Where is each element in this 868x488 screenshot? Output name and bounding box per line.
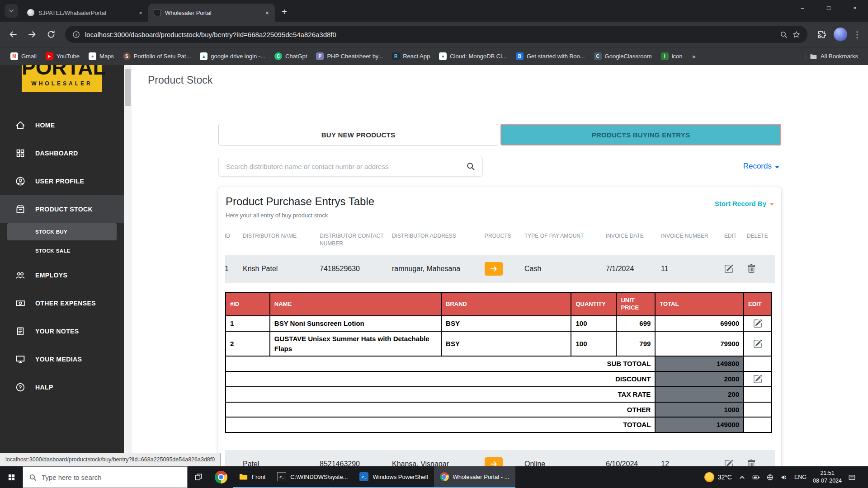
sidebar-subitem-stock-sale[interactable]: STOCK SALE: [7, 242, 117, 259]
all-bookmarks-button[interactable]: All Bookmarks: [806, 53, 862, 60]
bookmark-favicon: P: [316, 52, 324, 60]
extensions-icon[interactable]: [813, 26, 830, 43]
sidebar-item-employs[interactable]: EMPLOYS: [0, 261, 124, 289]
bookmark-item[interactable]: MGmail: [6, 50, 41, 62]
product-row: 1 BSY Noni Sunscreen Lotion BSY 100 699 …: [226, 316, 772, 331]
edit-entry-button[interactable]: [724, 460, 733, 466]
start-button[interactable]: [0, 466, 23, 488]
sidebar-item-user-profile[interactable]: USER PROFILE: [0, 167, 124, 195]
taskbar-app-cmd[interactable]: >_ C:\WINDOWS\syste...: [271, 466, 354, 488]
distributor-search[interactable]: [218, 156, 483, 177]
edit-discount-button[interactable]: [753, 375, 762, 384]
search-input[interactable]: [226, 163, 462, 170]
weather-widget[interactable]: 32°C: [704, 472, 732, 482]
windows-logo-icon: [8, 474, 15, 481]
bookmark-item[interactable]: ●Maps: [85, 50, 118, 62]
clock-time: 21:51: [813, 469, 842, 477]
sidebar-item-home[interactable]: HOME: [0, 111, 124, 139]
sidebar-item-product-stock[interactable]: PRODUCT STOCK: [0, 195, 124, 223]
language-indicator[interactable]: ENG: [794, 474, 807, 480]
volume-indicator[interactable]: [780, 474, 788, 481]
close-button[interactable]: ×: [842, 0, 868, 15]
site-info-icon[interactable]: [72, 31, 80, 38]
forward-button[interactable]: [24, 26, 41, 43]
bookmark-favicon: C: [274, 52, 282, 60]
tab-title: Wholesaler Portal: [165, 9, 259, 16]
tab-search-button[interactable]: [5, 4, 18, 18]
sidebar-item-your-medias[interactable]: YOUR MEDIAS: [0, 345, 124, 373]
show-products-button[interactable]: [485, 262, 503, 276]
user-profile-icon: [15, 176, 25, 186]
browser-tab-inactive[interactable]: SJPATEL/WhalsalerPortal ×: [22, 4, 148, 22]
bookmark-favicon: M: [10, 52, 18, 60]
bookmarks-overflow-icon[interactable]: »: [688, 52, 700, 60]
bookmarks-bar: MGmail ▶YouTube ●Maps SPortfolio of Setu…: [0, 47, 868, 65]
taskbar-search-input[interactable]: [42, 474, 181, 481]
bookmark-item[interactable]: ▲google drive login -...: [196, 50, 269, 62]
scrollbar-track[interactable]: [124, 65, 132, 466]
table-row: 1 Krish Patel 7418529630 ramnugar, Mahes…: [225, 255, 775, 283]
delete-entry-button[interactable]: [747, 460, 756, 466]
reload-button[interactable]: [42, 26, 60, 43]
bookmark-item[interactable]: RReact App: [388, 50, 434, 62]
notes-icon: [15, 326, 25, 336]
edit-entry-button[interactable]: [724, 264, 733, 273]
back-button[interactable]: [5, 26, 22, 43]
logo-subtext: WHOLESALER: [22, 80, 102, 87]
taskbar-clock[interactable]: 21:51 08-07-2024: [813, 469, 842, 485]
page-title: Product Stock: [132, 65, 868, 95]
zoom-icon[interactable]: [780, 31, 788, 38]
records-dropdown[interactable]: Records: [743, 162, 779, 171]
taskbar-search[interactable]: [23, 466, 188, 488]
purchase-entries-card: Product Purchase Entrys Table Here your …: [218, 187, 781, 466]
buy-new-products-button[interactable]: BUY NEW PRODUCTS: [218, 124, 498, 145]
network-indicator[interactable]: [766, 474, 774, 481]
bookmark-item[interactable]: PPHP Cheatsheet by...: [312, 50, 387, 62]
profile-avatar[interactable]: [834, 28, 847, 41]
bookmark-item[interactable]: ●Cloud: MongoDB Cl...: [435, 50, 511, 62]
main-content: Product Stock BUY NEW PRODUCTS PRODUCTS …: [132, 65, 868, 466]
sidebar-item-dashboard[interactable]: DASHBOARD: [0, 139, 124, 167]
show-products-button[interactable]: [485, 457, 503, 466]
bookmark-item[interactable]: CChatGpt: [270, 50, 311, 62]
minimize-button[interactable]: –: [789, 0, 816, 15]
bookmark-item[interactable]: SPortfolio of Setu Pat...: [119, 50, 195, 62]
taskbar-chrome-button[interactable]: [209, 466, 233, 488]
tab-close-icon[interactable]: ×: [263, 9, 271, 17]
bookmark-star-icon[interactable]: [793, 31, 800, 38]
edit-product-button[interactable]: [753, 339, 762, 348]
bookmark-item[interactable]: BGet started with Boo...: [512, 50, 589, 62]
search-icon[interactable]: [466, 162, 475, 171]
action-center-button[interactable]: [848, 474, 856, 481]
sidebar-item-halp[interactable]: HALP: [0, 373, 124, 401]
maximize-button[interactable]: □: [816, 0, 842, 15]
bookmark-item[interactable]: CGoogleClassroom: [590, 50, 656, 62]
edit-product-button[interactable]: [753, 319, 762, 328]
taskbar-app-powershell[interactable]: >_ Windows PowerShell: [354, 466, 434, 488]
url-text[interactable]: localhost:3000/dasboard/productstock/buy…: [85, 31, 775, 38]
sidebar-item-other-expenses[interactable]: OTHER EXPENSES: [0, 289, 124, 317]
chrome-icon: [440, 472, 449, 481]
sidebar-subitem-stock-buy[interactable]: STOCK BUY: [7, 223, 117, 240]
bookmark-item[interactable]: ▶YouTube: [42, 50, 84, 62]
taskbar-app-wholesaler-portal[interactable]: Wholesaler Portal - ...: [434, 466, 515, 488]
summary-row-subtotal: SUB TOTOAL 149800: [226, 356, 772, 371]
browser-tab-active[interactable]: Wholesaler Portal ×: [148, 4, 275, 22]
new-tab-button[interactable]: +: [278, 5, 291, 19]
address-bar[interactable]: localhost:3000/dasboard/productstock/buy…: [65, 26, 807, 43]
task-view-button[interactable]: [188, 466, 209, 488]
sidebar-item-your-notes[interactable]: YOUR NOTES: [0, 317, 124, 345]
tray-expand-button[interactable]: [738, 474, 746, 481]
scrollbar-thumb[interactable]: [125, 69, 131, 106]
bookmark-favicon: ●: [89, 52, 96, 60]
sort-record-dropdown[interactable]: Stort Record By: [715, 200, 774, 207]
tab-close-icon[interactable]: ×: [137, 9, 145, 17]
delete-entry-button[interactable]: [747, 264, 756, 273]
browser-menu-icon[interactable]: ⋮: [851, 29, 863, 40]
taskbar-app-front[interactable]: Front: [233, 466, 271, 488]
products-buying-entrys-button[interactable]: PRODUCTS BUYING ENTRYS: [500, 124, 781, 145]
bookmark-favicon: i: [661, 52, 669, 60]
battery-indicator[interactable]: [752, 474, 760, 481]
bookmark-item[interactable]: iicon: [657, 50, 687, 62]
summary-row-tax: TAX RATE 200: [226, 387, 772, 402]
